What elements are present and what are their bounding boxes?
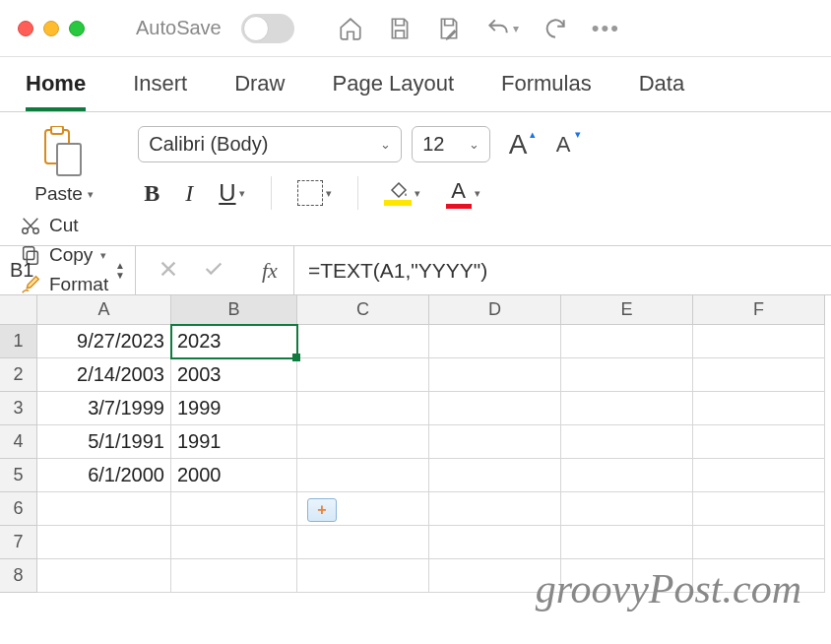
tab-formulas[interactable]: Formulas [501, 71, 592, 111]
cell[interactable] [693, 392, 825, 425]
font-size-select[interactable]: 12 ⌄ [412, 126, 490, 162]
cell[interactable]: 2003 [171, 358, 297, 392]
cell[interactable]: 5/1/1991 [37, 425, 171, 459]
save-icon[interactable] [387, 16, 413, 41]
cell[interactable]: 2023 [171, 325, 297, 358]
increase-font-size-button[interactable]: A▴ [500, 126, 536, 162]
row-header[interactable]: 5 [0, 459, 37, 492]
cell[interactable] [37, 526, 171, 559]
row-header[interactable]: 3 [0, 392, 37, 425]
cell[interactable] [561, 459, 693, 492]
row-header[interactable]: 4 [0, 425, 37, 459]
cell[interactable] [171, 526, 297, 559]
cell[interactable] [429, 425, 561, 459]
cell[interactable] [561, 392, 693, 425]
cell[interactable] [561, 358, 693, 392]
cell[interactable] [429, 392, 561, 425]
cell[interactable] [297, 559, 429, 593]
rows: 19/27/2023202322/14/2003200333/7/1999199… [0, 325, 831, 593]
column-header[interactable]: F [693, 295, 825, 325]
cell[interactable] [297, 526, 429, 559]
save-edit-icon[interactable] [436, 16, 462, 41]
cell[interactable] [297, 425, 429, 459]
cell[interactable]: 3/7/1999 [37, 392, 171, 425]
row-header[interactable]: 6 [0, 492, 37, 526]
cell[interactable] [693, 559, 825, 593]
minimize-window-icon[interactable] [43, 21, 59, 36]
cell[interactable] [429, 526, 561, 559]
row-header[interactable]: 8 [0, 559, 37, 593]
cell[interactable] [429, 559, 561, 593]
row-header[interactable]: 1 [0, 325, 37, 358]
cell[interactable] [561, 559, 693, 593]
autofill-options-button[interactable]: + [307, 498, 337, 522]
font-name-select[interactable]: Calibri (Body) ⌄ [138, 126, 402, 162]
tab-data[interactable]: Data [639, 71, 684, 111]
more-icon[interactable]: ••• [592, 16, 620, 41]
cell[interactable] [429, 459, 561, 492]
cell[interactable] [693, 325, 825, 358]
tab-home[interactable]: Home [26, 71, 86, 111]
bold-button[interactable]: B [144, 180, 160, 207]
column-header[interactable]: A [37, 295, 171, 325]
cell[interactable] [429, 492, 561, 526]
fill-color-button[interactable]: ▾ [384, 180, 420, 206]
borders-button[interactable]: ▾ [297, 180, 332, 206]
cell[interactable] [429, 325, 561, 358]
name-box[interactable]: B1 ▲▼ [0, 246, 136, 294]
cell[interactable]: 2000 [171, 459, 297, 492]
undo-button[interactable]: ▾ [485, 16, 519, 41]
accept-formula-icon[interactable] [203, 258, 224, 284]
cell[interactable] [37, 559, 171, 593]
cell[interactable] [693, 358, 825, 392]
cut-button[interactable]: Cut [20, 215, 108, 236]
redo-icon[interactable] [543, 16, 568, 41]
cell[interactable] [171, 559, 297, 593]
cell[interactable] [171, 492, 297, 526]
tab-page-layout[interactable]: Page Layout [333, 71, 455, 111]
paste-button[interactable]: Paste ▾ [20, 126, 108, 205]
tab-insert[interactable]: Insert [133, 71, 187, 111]
cell[interactable] [429, 358, 561, 392]
cell[interactable] [561, 325, 693, 358]
formula-input[interactable]: =TEXT(A1,"YYYY") [294, 259, 831, 283]
cell[interactable] [561, 425, 693, 459]
close-window-icon[interactable] [18, 21, 33, 36]
cell[interactable]: 1991 [171, 425, 297, 459]
column-header[interactable]: D [429, 295, 561, 325]
cell[interactable]: 6/1/2000 [37, 459, 171, 492]
autosave-toggle[interactable] [241, 14, 294, 43]
cell[interactable] [297, 325, 429, 358]
cell[interactable] [37, 492, 171, 526]
row-header[interactable]: 7 [0, 526, 37, 559]
name-box-stepper[interactable]: ▲▼ [115, 261, 125, 281]
cell[interactable] [561, 492, 693, 526]
fill-handle[interactable] [292, 354, 300, 361]
select-all-corner[interactable] [0, 295, 37, 325]
cell[interactable] [561, 526, 693, 559]
cell[interactable] [297, 358, 429, 392]
tab-draw[interactable]: Draw [234, 71, 285, 111]
column-header[interactable]: B [171, 295, 297, 325]
home-icon[interactable] [338, 16, 363, 41]
cell[interactable] [693, 526, 825, 559]
cell[interactable] [297, 459, 429, 492]
cell[interactable] [693, 425, 825, 459]
cancel-formula-icon[interactable] [158, 258, 179, 284]
cell[interactable]: 2/14/2003 [37, 358, 171, 392]
cell[interactable] [297, 392, 429, 425]
row-header[interactable]: 2 [0, 358, 37, 392]
column-header[interactable]: C [297, 295, 429, 325]
underline-button[interactable]: U ▾ [219, 179, 244, 207]
font-color-button[interactable]: A ▾ [446, 178, 480, 209]
cell[interactable] [693, 459, 825, 492]
cell[interactable]: 9/27/2023 [37, 325, 171, 358]
cell[interactable] [693, 492, 825, 526]
divider [357, 176, 358, 210]
cell[interactable]: 1999 [171, 392, 297, 425]
fx-label[interactable]: fx [246, 246, 294, 294]
maximize-window-icon[interactable] [69, 21, 85, 36]
column-header[interactable]: E [561, 295, 693, 325]
italic-button[interactable]: I [185, 180, 193, 207]
decrease-font-size-button[interactable]: A▾ [545, 126, 581, 162]
